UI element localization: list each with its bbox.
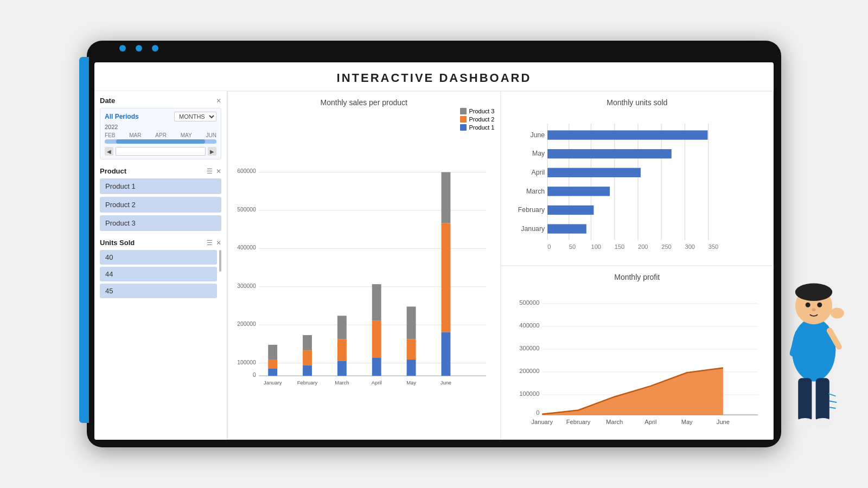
slider-left-arrow[interactable]: ◀ <box>105 147 113 156</box>
product-clear-icon[interactable]: ✕ <box>216 168 221 175</box>
monthly-units-title: Monthly units sold <box>510 98 765 107</box>
monthly-profit-svg: 500000 400000 300000 200000 100000 0 <box>510 286 765 434</box>
date-filter-title: Date <box>100 97 115 105</box>
slider-thumb[interactable] <box>116 147 206 156</box>
all-periods-label[interactable]: All Periods <box>105 113 139 120</box>
svg-text:500000: 500000 <box>237 207 256 213</box>
units-item-3[interactable]: 45 <box>100 284 217 298</box>
units-select-all-icon[interactable]: ☰ <box>207 239 213 247</box>
sidebar: Date ✕ All Periods MONTHS 2022 FEB <box>94 91 227 440</box>
month-mar: MAR <box>129 132 141 138</box>
date-slider-track[interactable] <box>105 139 216 144</box>
hbar-january <box>547 224 586 233</box>
svg-text:June: June <box>530 131 545 139</box>
bar-jan-p2 <box>268 359 277 369</box>
svg-text:January: January <box>521 225 545 233</box>
months-select[interactable]: MONTHS <box>174 112 216 121</box>
svg-point-60 <box>792 318 836 382</box>
bar-apr-p2 <box>372 321 381 358</box>
svg-text:April: April <box>644 419 656 425</box>
date-filter-section: Date ✕ All Periods MONTHS 2022 FEB <box>100 97 221 159</box>
hbar-february <box>547 206 593 215</box>
bar-apr-p3 <box>372 284 381 321</box>
svg-text:March: March <box>526 188 544 195</box>
svg-text:400000: 400000 <box>519 322 539 329</box>
svg-text:300: 300 <box>685 243 695 250</box>
chart-legend: Product 3 Product 2 Product 1 <box>460 108 494 132</box>
charts-area: Monthly sales per product Product 3 Prod… <box>227 91 774 440</box>
svg-line-74 <box>829 401 837 403</box>
month-apr: APR <box>155 132 167 138</box>
units-item-2[interactable]: 44 <box>100 267 217 281</box>
legend-p3-label: Product 3 <box>469 108 494 114</box>
product-select-all-icon[interactable]: ☰ <box>207 168 213 175</box>
svg-line-75 <box>829 407 836 408</box>
svg-text:200000: 200000 <box>237 321 256 327</box>
product-item-1[interactable]: Product 1 <box>100 178 221 194</box>
svg-text:February: February <box>566 419 590 425</box>
product-filter-title: Product <box>100 167 126 175</box>
date-filter-clear-icon[interactable]: ✕ <box>216 97 221 105</box>
legend-p1-label: Product 1 <box>469 124 494 131</box>
legend-p3-color <box>460 108 467 114</box>
date-filter-controls: All Periods MONTHS 2022 FEB MAR APR MAY … <box>100 108 221 159</box>
svg-text:May: May <box>406 380 416 386</box>
sidebar-scrollbar[interactable] <box>219 250 221 272</box>
svg-text:0: 0 <box>253 372 256 378</box>
svg-point-62 <box>795 284 832 301</box>
units-item-1[interactable]: 40 <box>100 250 217 265</box>
monthly-profit-title: Monthly profit <box>510 273 765 281</box>
bar-mar-p2 <box>337 339 347 361</box>
monthly-units-svg: June May April March February January 0 … <box>510 111 765 260</box>
date-slider-range <box>116 139 206 144</box>
svg-text:March: March <box>606 419 623 425</box>
bar-mar-p1 <box>337 361 347 376</box>
bar-jun-p1 <box>441 332 450 376</box>
bar-feb-p1 <box>303 365 312 376</box>
product-item-3[interactable]: Product 3 <box>100 215 221 231</box>
svg-text:April: April <box>372 380 382 386</box>
svg-text:0: 0 <box>547 243 551 250</box>
units-sold-title: Units Sold <box>100 239 135 247</box>
bar-may-p2 <box>407 339 416 360</box>
svg-text:May: May <box>681 419 692 425</box>
svg-point-65 <box>812 309 815 311</box>
svg-text:300000: 300000 <box>519 345 539 351</box>
bar-feb-p3 <box>303 335 312 350</box>
hbar-june <box>547 130 707 139</box>
dot-1 <box>119 45 126 52</box>
product-filter-section: Product ☰ ✕ Product 1 Product 2 Product … <box>100 167 221 231</box>
year-label: 2022 <box>105 124 216 130</box>
bar-jan-p1 <box>268 369 277 376</box>
dot-2 <box>136 45 142 52</box>
month-jun: JUN <box>206 132 216 138</box>
svg-text:200000: 200000 <box>519 368 539 374</box>
svg-text:February: February <box>518 206 545 214</box>
svg-text:50: 50 <box>569 243 575 250</box>
svg-point-63 <box>806 303 810 307</box>
slider-right-arrow[interactable]: ▶ <box>208 147 216 156</box>
units-clear-icon[interactable]: ✕ <box>216 239 221 247</box>
svg-rect-70 <box>816 378 829 422</box>
monthly-units-panel: Monthly units sold June May April March … <box>501 91 774 266</box>
svg-text:300000: 300000 <box>237 283 256 289</box>
svg-point-67 <box>831 308 844 319</box>
bar-may-p1 <box>407 359 416 376</box>
svg-text:500000: 500000 <box>519 299 539 306</box>
bar-feb-p2 <box>303 350 312 365</box>
monthly-sales-panel: Monthly sales per product Product 3 Prod… <box>227 91 501 440</box>
units-sold-filter-section: Units Sold ☰ ✕ 40 44 <box>100 239 221 300</box>
svg-text:January: January <box>531 419 553 425</box>
svg-text:200: 200 <box>637 243 648 250</box>
svg-text:April: April <box>531 169 545 176</box>
svg-text:100000: 100000 <box>519 390 539 397</box>
svg-text:100000: 100000 <box>237 359 256 365</box>
dot-3 <box>152 45 158 52</box>
bar-may-p3 <box>407 306 416 339</box>
product-item-2[interactable]: Product 2 <box>100 197 221 213</box>
svg-text:600000: 600000 <box>237 168 256 174</box>
svg-text:January: January <box>264 380 282 386</box>
bar-jun-p2 <box>441 223 450 332</box>
svg-text:150: 150 <box>614 243 624 250</box>
svg-text:June: June <box>716 419 729 425</box>
